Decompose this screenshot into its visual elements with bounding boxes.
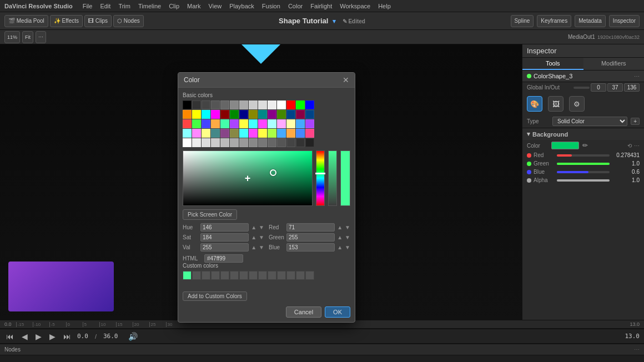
spline-button[interactable]: Spline (511, 15, 534, 27)
keyframes-button[interactable]: Keyframes (537, 15, 571, 27)
basic-swatch-35[interactable] (249, 119, 258, 128)
basic-swatch-6[interactable] (239, 100, 248, 109)
menu-view[interactable]: View (209, 3, 222, 9)
basic-swatch-55[interactable] (305, 129, 314, 138)
red-up[interactable]: ▲ (337, 224, 343, 230)
color-gradient[interactable]: + (183, 150, 313, 206)
alpha-bar[interactable] (328, 150, 337, 206)
step-back-button[interactable]: ◀ (20, 332, 29, 341)
basic-swatch-50[interactable] (258, 129, 267, 138)
rgb-blue-input[interactable] (286, 243, 335, 252)
sat-down[interactable]: ▼ (259, 234, 264, 240)
custom-swatch-8[interactable] (258, 271, 267, 280)
val-input[interactable] (200, 243, 249, 252)
basic-swatch-42[interactable] (183, 129, 192, 138)
blue-up[interactable]: ▲ (337, 244, 343, 250)
custom-swatch-4[interactable] (220, 271, 229, 280)
basic-swatch-31[interactable] (211, 119, 220, 128)
basic-swatch-32[interactable] (220, 119, 229, 128)
basic-swatch-3[interactable] (211, 100, 220, 109)
color-swatch[interactable] (551, 142, 579, 149)
menu-fairlight[interactable]: Fairlight (310, 3, 332, 9)
basic-swatch-16[interactable] (202, 110, 210, 119)
basic-swatch-64[interactable] (258, 138, 267, 147)
red-slider[interactable] (557, 154, 610, 157)
basic-swatch-27[interactable] (305, 110, 314, 119)
color-dialog[interactable]: Color ✕ Basic colors + Pick (178, 72, 355, 323)
view-options[interactable]: ⋯ (36, 31, 46, 43)
menu-edit[interactable]: Edit (100, 3, 110, 9)
basic-swatch-68[interactable] (296, 138, 305, 147)
menu-mark[interactable]: Mark (187, 3, 200, 9)
html-input[interactable] (204, 254, 243, 263)
basic-swatch-29[interactable] (192, 119, 201, 128)
color-edit-icon[interactable]: ✏ (582, 142, 588, 149)
zoom-display[interactable]: 11% (4, 31, 20, 43)
basic-swatch-26[interactable] (296, 110, 305, 119)
menu-color[interactable]: Color (288, 3, 303, 9)
basic-swatch-60[interactable] (220, 138, 229, 147)
basic-swatch-25[interactable] (286, 110, 295, 119)
basic-swatch-19[interactable] (230, 110, 239, 119)
basic-swatch-4[interactable] (220, 100, 229, 109)
ok-button[interactable]: OK (325, 306, 350, 318)
hue-up[interactable]: ▲ (251, 224, 256, 230)
basic-swatch-2[interactable] (202, 100, 210, 109)
menu-help[interactable]: Help (378, 3, 391, 9)
pick-screen-button[interactable]: Pick Screen Color (183, 209, 237, 220)
tab-modifiers[interactable]: Modifiers (583, 58, 645, 70)
basic-swatch-13[interactable] (305, 100, 314, 109)
inspector-button[interactable]: Inspector (609, 15, 640, 27)
basic-swatch-20[interactable] (239, 110, 248, 119)
basic-swatch-53[interactable] (286, 129, 295, 138)
menu-clip[interactable]: Clip (169, 3, 179, 9)
node-options-btn[interactable]: ⋯ (634, 346, 640, 353)
basic-swatch-41[interactable] (305, 119, 314, 128)
settings-icon-btn[interactable]: ⚙ (569, 96, 585, 112)
hue-down[interactable]: ▼ (259, 224, 264, 230)
basic-swatch-51[interactable] (268, 129, 276, 138)
basic-swatch-45[interactable] (211, 129, 220, 138)
background-section[interactable]: ▾ Background (522, 128, 644, 140)
sat-up[interactable]: ▲ (251, 234, 256, 240)
basic-swatch-34[interactable] (239, 119, 248, 128)
basic-swatch-57[interactable] (192, 138, 201, 147)
basic-swatch-33[interactable] (230, 119, 239, 128)
global-in-input[interactable] (591, 83, 606, 92)
hue-bar[interactable] (316, 150, 325, 206)
basic-swatch-22[interactable] (258, 110, 267, 119)
step-fwd-button[interactable]: ▶ (48, 332, 57, 341)
basic-swatch-38[interactable] (277, 119, 286, 128)
nodes-button[interactable]: ⬡ Nodes (113, 15, 144, 27)
custom-swatch-10[interactable] (277, 271, 286, 280)
val-up[interactable]: ▲ (251, 244, 256, 250)
cancel-button[interactable]: Cancel (286, 306, 321, 318)
basic-swatch-66[interactable] (277, 138, 286, 147)
menu-trim[interactable]: Trim (118, 3, 130, 9)
basic-swatch-43[interactable] (192, 129, 201, 138)
basic-swatch-62[interactable] (239, 138, 248, 147)
custom-swatch-6[interactable] (239, 271, 248, 280)
custom-swatch-12[interactable] (296, 271, 305, 280)
basic-swatch-52[interactable] (277, 129, 286, 138)
basic-swatch-24[interactable] (277, 110, 286, 119)
val-down[interactable]: ▼ (259, 244, 264, 250)
audio-toggle[interactable]: 🔊 (127, 332, 139, 341)
basic-swatch-23[interactable] (268, 110, 276, 119)
basic-swatch-7[interactable] (249, 100, 258, 109)
basic-swatch-69[interactable] (305, 138, 314, 147)
image-icon-btn[interactable]: 🖼 (548, 96, 564, 112)
basic-swatch-30[interactable] (202, 119, 210, 128)
basic-swatch-49[interactable] (249, 129, 258, 138)
clips-button[interactable]: 🎞 Clips (84, 15, 112, 27)
basic-swatch-28[interactable] (183, 119, 192, 128)
alpha-slider[interactable] (557, 179, 610, 182)
basic-swatch-46[interactable] (220, 129, 229, 138)
color-icon-btn[interactable]: 🎨 (527, 96, 542, 112)
color-reset-icon[interactable]: ⟲ (627, 143, 632, 149)
custom-swatch-11[interactable] (286, 271, 295, 280)
green-slider[interactable] (557, 163, 610, 165)
sat-input[interactable] (200, 233, 249, 242)
red-down[interactable]: ▼ (345, 224, 350, 230)
effects-button[interactable]: ✨ Effects (50, 15, 83, 27)
